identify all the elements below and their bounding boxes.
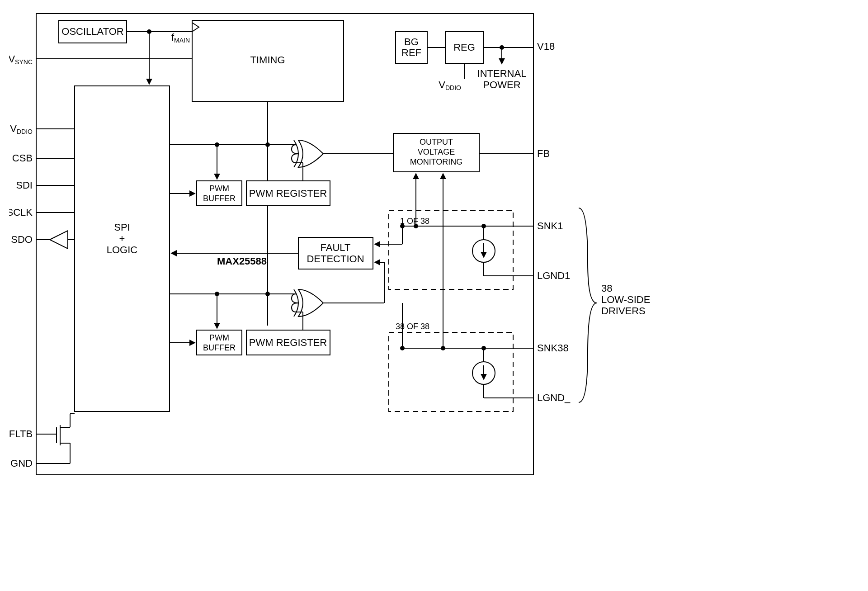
- svg-text:PWM REGISTER: PWM REGISTER: [249, 188, 327, 199]
- sdo-pin: SDO: [11, 234, 33, 245]
- svg-text:MONITORING: MONITORING: [410, 157, 463, 166]
- spi-l1: SPI: [114, 222, 130, 233]
- snk1-pin: SNK1: [537, 220, 563, 232]
- svg-point-64: [481, 224, 486, 228]
- svg-point-75: [481, 346, 486, 350]
- svg-point-51: [215, 292, 219, 296]
- brace-icon: [579, 208, 597, 402]
- bgref-l2: REF: [401, 47, 421, 58]
- sclk-pin: SCLK: [9, 207, 33, 218]
- gnd-pin: GND: [10, 458, 33, 469]
- svg-point-80: [441, 346, 445, 350]
- spi-l3: LOGIC: [107, 244, 138, 255]
- reg-label: REG: [453, 42, 475, 53]
- sdi-pin: SDI: [16, 180, 33, 191]
- svg-text:OUTPUT: OUTPUT: [420, 137, 453, 147]
- svg-point-70: [414, 224, 418, 228]
- csb-pin: CSB: [12, 152, 33, 164]
- drivers-l1: 38: [601, 283, 612, 294]
- intpwr-l2: POWER: [483, 79, 520, 90]
- vddio-pin: VDDIO: [10, 123, 33, 135]
- timing-label: TIMING: [250, 54, 285, 66]
- svg-text:FAULT: FAULT: [321, 242, 351, 253]
- lgnd1-pin: LGND1: [537, 270, 570, 281]
- svg-point-34: [215, 142, 219, 147]
- v18-pin: V18: [537, 41, 555, 52]
- current-source-1-icon: [472, 240, 495, 262]
- fltb-pin: FLTB: [9, 428, 33, 440]
- svg-point-81: [400, 346, 405, 350]
- svg-text:PWM REGISTER: PWM REGISTER: [249, 337, 327, 348]
- drivers-l2: LOW-SIDE: [601, 294, 650, 305]
- fb-pin: FB: [537, 148, 550, 159]
- vsync-pin: VSYNC: [9, 53, 33, 66]
- chip-name: MAX25588: [217, 255, 267, 267]
- oscillator-label: OSCILLATOR: [61, 26, 123, 37]
- bgref-l1: BG: [404, 36, 419, 47]
- current-source-38-icon: [472, 362, 495, 384]
- drivers-l3: DRIVERS: [601, 305, 646, 317]
- svg-text:BUFFER: BUFFER: [203, 194, 236, 203]
- snk38-pin: SNK38: [537, 342, 569, 354]
- svg-text:VOLTAGE: VOLTAGE: [418, 147, 455, 156]
- lgnd_-pin: LGND_: [537, 392, 571, 403]
- svg-text:PWM: PWM: [209, 184, 229, 193]
- spi-l2: +: [119, 233, 125, 244]
- svg-text:BUFFER: BUFFER: [203, 343, 236, 352]
- driver-38-label: 38 OF 38: [396, 322, 429, 331]
- block-diagram: OSCILLATOR TIMING fMAIN BG REF REG V18 I…: [9, 9, 696, 484]
- svg-text:PWM: PWM: [209, 333, 229, 342]
- svg-text:DETECTION: DETECTION: [307, 253, 364, 265]
- intpwr-l1: INTERNAL: [477, 68, 527, 79]
